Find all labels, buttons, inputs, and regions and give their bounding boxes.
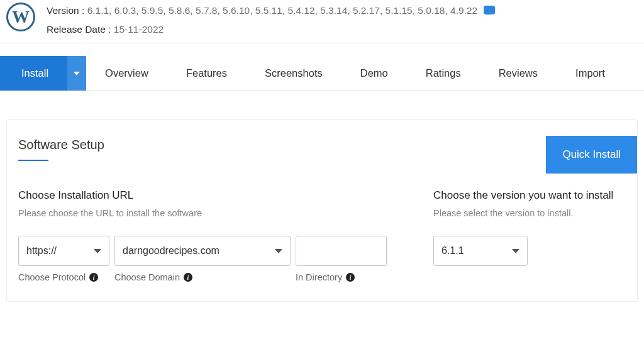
chevron-down-icon xyxy=(74,72,80,75)
domain-select[interactable]: darngoodrecipes.com xyxy=(114,236,291,266)
tab-reviews[interactable]: Reviews xyxy=(480,56,557,91)
domain-caption: Choose Domain i xyxy=(114,272,291,282)
protocol-caption: Choose Protocol i xyxy=(18,272,109,282)
version-label: Version : xyxy=(47,5,84,16)
version-select-value: 6.1.1 xyxy=(441,245,464,257)
version-subtitle: Please select the version to install. xyxy=(433,208,626,218)
directory-input[interactable] xyxy=(296,236,387,266)
tab-ratings[interactable]: Ratings xyxy=(407,56,480,91)
install-url-title: Choose Installation URL xyxy=(18,189,389,202)
tab-features[interactable]: Features xyxy=(167,56,246,91)
tab-demo[interactable]: Demo xyxy=(341,56,407,91)
release-label: Release Date : xyxy=(47,24,111,35)
info-icon[interactable]: i xyxy=(89,273,98,282)
chevron-down-icon xyxy=(94,249,101,253)
protocol-value: https:// xyxy=(26,245,57,257)
protocol-select[interactable]: https:// xyxy=(18,236,109,266)
wordpress-logo: W xyxy=(6,3,35,31)
directory-caption: In Directory i xyxy=(296,272,387,282)
version-line: Version : 6.1.1, 6.0.3, 5.9.5, 5.8.6, 5.… xyxy=(47,5,638,16)
software-setup-panel: Software Setup Quick Install Choose Inst… xyxy=(6,119,638,302)
tab-screenshots[interactable]: Screenshots xyxy=(246,56,341,91)
chevron-down-icon xyxy=(512,249,519,253)
version-title: Choose the version you want to install xyxy=(433,189,626,202)
tab-install-dropdown[interactable] xyxy=(67,56,86,91)
wordpress-logo-glyph: W xyxy=(12,7,30,27)
info-icon[interactable]: i xyxy=(184,273,192,282)
install-url-subtitle: Please choose the URL to install the sof… xyxy=(18,208,389,218)
tab-import[interactable]: Import xyxy=(557,56,624,91)
info-icon[interactable]: i xyxy=(346,273,355,282)
chevron-down-icon xyxy=(275,249,282,253)
tab-install[interactable]: Install xyxy=(0,56,67,91)
version-value: 6.1.1, 6.0.3, 5.9.5, 5.8.6, 5.7.8, 5.6.1… xyxy=(87,5,477,16)
section-underline xyxy=(18,160,48,161)
tab-bar: Install Overview Features Screenshots De… xyxy=(0,56,644,91)
release-value: 15-11-2022 xyxy=(114,24,164,35)
quick-install-button[interactable]: Quick Install xyxy=(546,136,637,174)
release-line: Release Date : 15-11-2022 xyxy=(47,24,638,35)
comment-icon[interactable] xyxy=(484,6,495,14)
tab-overview[interactable]: Overview xyxy=(86,56,167,91)
section-title: Software Setup xyxy=(18,138,626,158)
version-select[interactable]: 6.1.1 xyxy=(433,236,528,266)
domain-value: darngoodrecipes.com xyxy=(123,245,219,257)
